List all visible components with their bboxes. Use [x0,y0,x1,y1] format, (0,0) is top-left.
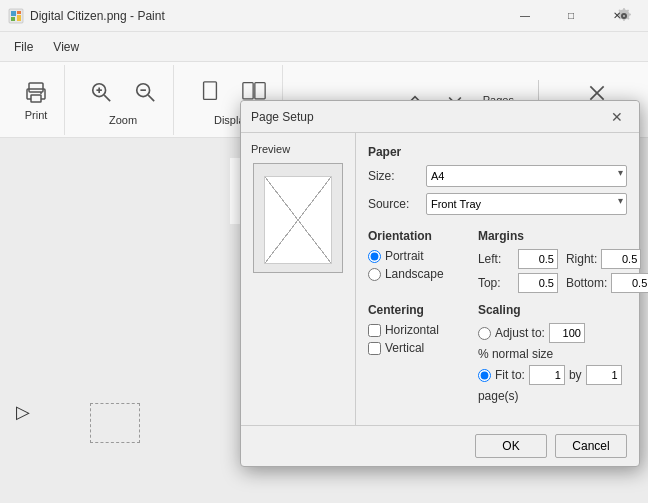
preview-panel: Preview [241,133,356,425]
dialog-close-button[interactable]: ✕ [605,105,629,129]
page-setup-dialog: Page Setup ✕ Preview Paper Size: A4 [240,100,640,467]
orientation-section-title: Orientation [368,229,468,243]
svg-rect-17 [243,82,253,98]
dialog-footer: OK Cancel [241,425,639,466]
horizontal-label[interactable]: Horizontal [385,323,439,337]
svg-rect-2 [17,11,21,14]
top-bottom-margin-row: Top: Bottom: [478,273,648,293]
svg-line-10 [104,95,110,101]
minimize-button[interactable]: — [502,0,548,32]
zoom-out-button[interactable] [125,74,165,110]
right-margin-input[interactable] [601,249,641,269]
preview-page [253,163,343,273]
svg-rect-3 [11,17,15,21]
ok-button[interactable]: OK [475,434,547,458]
orientation-margins-row: Orientation Portrait Landscape Margins L… [368,229,627,297]
margins-section-title: Margins [478,229,648,243]
title-bar: Digital Citizen.png - Paint — □ ✕ [0,0,648,32]
print-label: Print [25,109,48,121]
right-margin-label: Right: [566,252,597,266]
vertical-checkbox[interactable] [368,342,381,355]
adjust-to-row: Adjust to: % normal size [478,323,627,361]
preview-label: Preview [251,143,345,155]
centering-scaling-row: Centering Horizontal Vertical Scaling Ad… [368,303,627,407]
vertical-check-row: Vertical [368,341,468,355]
toolbar-group-print: Print [8,65,65,135]
svg-rect-18 [255,82,265,98]
paper-section-title: Paper [368,145,627,159]
zoom-out-icon [131,78,159,106]
bottom-margin-input[interactable] [611,273,648,293]
fit-to-input1[interactable] [529,365,565,385]
dialog-title-bar: Page Setup ✕ [241,101,639,133]
landscape-row: Landscape [368,267,468,281]
adjust-to-radio[interactable] [478,327,491,340]
print-button[interactable]: Print [16,75,56,125]
fit-to-input2[interactable] [586,365,622,385]
bottom-margin-label: Bottom: [566,276,607,290]
menu-view[interactable]: View [43,36,89,58]
fit-by-label: by [569,368,582,382]
scaling-section-title: Scaling [478,303,627,317]
orientation-col: Orientation Portrait Landscape [368,229,468,297]
landscape-label[interactable]: Landscape [385,267,444,281]
scaling-col: Scaling Adjust to: % normal size Fit to:… [478,303,627,407]
margins-col: Margins Left: Right: Top: Bottom: [478,229,648,297]
zoom-label: Zoom [109,114,137,126]
cancel-button[interactable]: Cancel [555,434,627,458]
fit-to-row: Fit to: by page(s) [478,365,627,403]
maximize-button[interactable]: □ [548,0,594,32]
centering-col: Centering Horizontal Vertical [368,303,468,407]
portrait-label[interactable]: Portrait [385,249,424,263]
preview-paper [264,176,332,264]
menu-bar: File View [0,32,648,62]
preview-x-mark [265,177,331,263]
top-margin-label: Top: [478,276,514,290]
print-icon [22,79,50,107]
dialog-body: Preview Paper Size: A4 Source: [241,133,639,425]
adjust-suffix: % normal size [478,347,553,361]
horizontal-checkbox[interactable] [368,324,381,337]
fit-to-label[interactable]: Fit to: [495,368,525,382]
landscape-radio[interactable] [368,268,381,281]
canvas-dashed-box [90,403,140,443]
svg-rect-4 [17,15,21,21]
fit-suffix: page(s) [478,389,519,403]
svg-point-8 [40,92,42,94]
paper-size-select-wrapper: A4 [426,165,627,187]
left-margin-input[interactable] [518,249,558,269]
paper-source-label: Source: [368,197,420,211]
app-icon [8,8,24,24]
display-1-icon [196,78,224,106]
dialog-title: Page Setup [251,110,605,124]
top-margin-input[interactable] [518,273,558,293]
toolbar-group-zoom: Zoom [73,65,174,135]
paper-source-select-wrapper: Front Tray [426,193,627,215]
menu-file[interactable]: File [4,36,43,58]
settings-button[interactable] [612,4,636,28]
svg-rect-5 [29,83,43,92]
settings-panel: Paper Size: A4 Source: Front Tray [356,133,639,425]
portrait-radio[interactable] [368,250,381,263]
paper-source-row: Source: Front Tray [368,193,627,215]
display-1-button[interactable] [190,74,230,110]
left-right-margin-row: Left: Right: [478,249,648,269]
svg-line-14 [148,95,154,101]
portrait-row: Portrait [368,249,468,263]
zoom-in-icon [87,78,115,106]
paper-source-select[interactable]: Front Tray [426,193,627,215]
title-bar-text: Digital Citizen.png - Paint [30,9,502,23]
adjust-to-input[interactable] [549,323,585,343]
horizontal-check-row: Horizontal [368,323,468,337]
adjust-to-label[interactable]: Adjust to: [495,326,545,340]
svg-rect-1 [11,11,16,16]
fit-to-radio[interactable] [478,369,491,382]
svg-rect-16 [204,81,217,98]
paper-size-label: Size: [368,169,420,183]
left-margin-label: Left: [478,252,514,266]
paper-size-select[interactable]: A4 [426,165,627,187]
canvas-cursor: ▷ [16,401,30,423]
centering-section-title: Centering [368,303,468,317]
zoom-in-button[interactable] [81,74,121,110]
vertical-label[interactable]: Vertical [385,341,424,355]
